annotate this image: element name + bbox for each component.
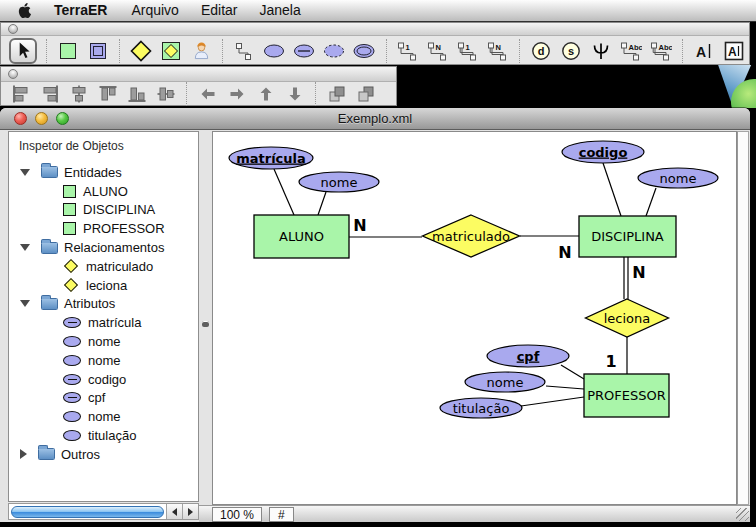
tools-palette-titlebar[interactable] [1,23,749,36]
tree-item-cpf[interactable]: cpf [9,389,198,408]
entity-disciplina[interactable]: DISCIPLINA [579,216,676,257]
attribute-matricula[interactable]: matrícula [229,147,313,169]
tree-item-leciona[interactable]: leciona [9,276,198,295]
tree-item-nome[interactable]: nome [9,351,198,370]
send-to-back-tool-button[interactable] [353,83,378,105]
text-tool-button[interactable]: A [692,38,716,64]
connector-1-tool-button[interactable]: 1 [396,38,420,64]
tree-item-disciplina[interactable]: DISCIPLINA [9,201,198,220]
align-right-tool-button[interactable] [37,83,62,105]
text-box-tool-button[interactable]: A [722,38,746,64]
user-tool-button[interactable] [189,38,213,64]
zoom-level-button[interactable]: 100 % [212,507,262,522]
entity-tool-button[interactable] [56,38,80,64]
attribute-codigo[interactable]: codigo [562,141,644,163]
relationship-tool-button[interactable] [129,38,153,64]
connection-line[interactable] [561,365,584,379]
menu-arquivo[interactable]: Arquivo [120,2,189,18]
attribute-tool-button[interactable] [262,38,286,64]
align-center-v-tool-button[interactable] [153,83,178,105]
close-window-button[interactable] [14,112,27,125]
identifying-relationship-tool-button[interactable] [159,38,183,64]
align-top-tool-button[interactable] [95,83,120,105]
grid-toggle-button[interactable]: # [269,507,294,522]
inspector-horizontal-scrollbar[interactable] [8,503,199,520]
attribute-nome[interactable]: nome [299,172,379,192]
weak-entity-tool-button[interactable] [86,38,110,64]
label-connector-tool-button[interactable]: Abc [619,38,643,64]
splitter-handle[interactable] [202,321,209,327]
menu-terraer[interactable]: TerraER [41,2,120,18]
menu-editar[interactable]: Editar [190,2,249,18]
bring-to-front-tool-button[interactable] [324,83,349,105]
align-center-h-tool-button[interactable] [66,83,91,105]
diagram-canvas[interactable]: ALUNODISCIPLINAPROFESSORmatriculadolecio… [212,131,737,505]
move-up-tool-button[interactable] [253,83,278,105]
select-tool-button[interactable] [9,38,37,64]
tree-item-titulacao[interactable]: titulação [9,426,198,445]
key-attribute-tool-button[interactable] [292,38,316,64]
tree-item-codigo[interactable]: codigo [9,370,198,389]
connection-line[interactable] [646,188,656,216]
scroll-left-button[interactable] [166,504,182,519]
canvas-vertical-scrollbar[interactable] [737,131,749,505]
multivalued-attribute-tool-button[interactable] [352,38,376,64]
tree-item-relacionamentos[interactable]: Relacionamentos [9,238,198,257]
relationship-leciona[interactable]: leciona [586,299,669,337]
window-resize-grip[interactable] [736,508,749,521]
tree-item-nome[interactable]: nome [9,407,198,426]
minimize-window-button[interactable] [35,112,48,125]
relationship-matriculado[interactable]: matriculado [423,215,520,257]
tree-item-label: DISCIPLINA [83,202,155,217]
tree-item-nome[interactable]: nome [9,332,198,351]
scroll-right-button[interactable] [182,504,198,519]
palette-close-button[interactable] [8,24,18,34]
entity-aluno[interactable]: ALUNO [254,215,349,258]
connection-line[interactable] [318,192,326,215]
tree-item-matricula[interactable]: matrícula [9,313,198,332]
total-participation-tool-button[interactable] [589,38,613,64]
connector-n-tool-button[interactable]: N [426,38,450,64]
entity-professor[interactable]: PROFESSOR [584,374,669,417]
disclosure-expanded-icon[interactable] [20,244,30,251]
scrollbar-thumb[interactable] [11,506,164,518]
toolbar-separator [186,82,187,106]
tree-item-entidades[interactable]: Entidades [9,163,198,182]
connector-tool-button[interactable] [232,38,256,64]
palette-close-button[interactable] [8,69,18,79]
connector-1-total-tool-button[interactable]: 1 [456,38,480,64]
connection-line[interactable] [603,163,621,216]
disclosure-collapsed-icon[interactable] [20,449,27,459]
overlap-badge-tool-button[interactable]: s [559,38,583,64]
connection-line[interactable] [546,386,584,389]
attribute-nome[interactable]: nome [465,372,545,392]
disjoint-badge-tool-button[interactable]: d [529,38,553,64]
connection-line[interactable] [274,169,294,215]
connector-n-total-tool-button[interactable]: N [486,38,510,64]
connection-line[interactable] [521,397,584,406]
label-connector-total-tool-button[interactable]: Abc [649,38,673,64]
tree-item-atributos[interactable]: Atributos [9,295,198,314]
user-tool-icon [192,41,211,60]
menu-janela[interactable]: Janela [248,2,311,18]
attribute-cpf[interactable]: cpf [487,345,569,367]
apple-menu-icon[interactable] [18,3,31,18]
move-down-tool-button[interactable] [282,83,307,105]
tree-item-matriculado[interactable]: matriculado [9,257,198,276]
disclosure-expanded-icon[interactable] [20,169,30,176]
align-bottom-tool-button[interactable] [124,83,149,105]
attribute-titulacao[interactable]: titulação [440,398,522,418]
window-titlebar[interactable]: Exemplo.xml [0,108,750,130]
disclosure-expanded-icon[interactable] [20,300,30,307]
tree-item-aluno[interactable]: ALUNO [9,182,198,201]
tree-item-professor[interactable]: PROFESSOR [9,219,198,238]
tree-item-label: nome [88,334,121,349]
align-left-tool-button[interactable] [8,83,33,105]
zoom-window-button[interactable] [56,112,69,125]
arrange-palette-titlebar[interactable] [1,67,396,82]
move-right-tool-button[interactable] [224,83,249,105]
derived-attribute-tool-button[interactable] [322,38,346,64]
attribute-nome[interactable]: nome [638,168,718,188]
move-left-tool-button[interactable] [195,83,220,105]
tree-item-outros[interactable]: Outros [9,445,198,464]
